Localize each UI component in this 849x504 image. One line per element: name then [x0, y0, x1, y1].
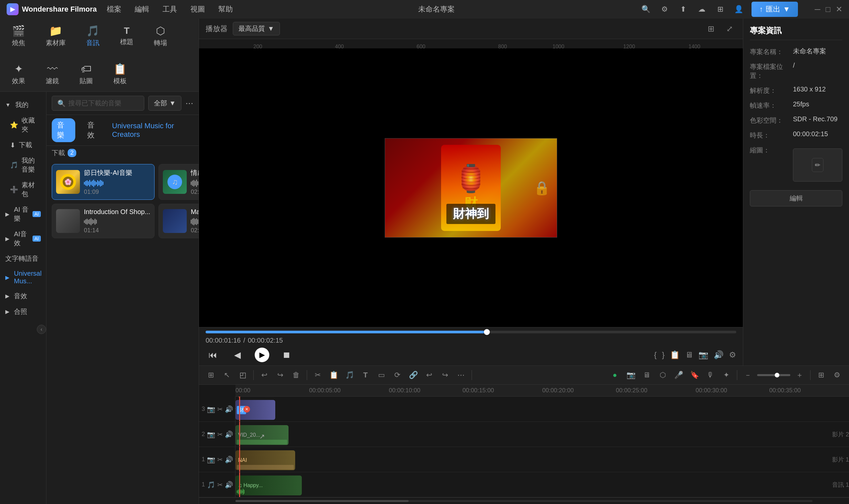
sidebar-item-tts[interactable]: 文字轉語音: [0, 251, 46, 266]
track-clip[interactable]: 財 ✕: [236, 400, 275, 420]
stop-button[interactable]: ⏹: [279, 347, 294, 362]
track-camera-icon[interactable]: 📷: [207, 430, 215, 438]
settings2-button[interactable]: ⚙: [830, 368, 844, 382]
sidebar-item-mymusic[interactable]: 🎵 我的音樂: [0, 153, 46, 177]
track-volume-icon[interactable]: 🔊: [225, 405, 233, 413]
sidebar-item-aisfx[interactable]: ▶ AI音效 AI: [0, 226, 46, 251]
sidebar-item-favorites[interactable]: ⭐ 收藏夾: [0, 113, 46, 137]
sidebar-collapse-button[interactable]: ‹: [37, 325, 46, 334]
more-button[interactable]: ⋯: [454, 368, 468, 382]
sidebar-item-universal[interactable]: ▶ Universal Mus...: [0, 266, 46, 288]
record-button[interactable]: ●: [608, 368, 622, 382]
sidebar-item-package[interactable]: ➕ 素材包: [0, 177, 46, 202]
track-music-icon[interactable]: 🎵: [207, 481, 215, 489]
menu-file[interactable]: 檔案: [107, 4, 121, 14]
track-volume-icon[interactable]: 🔊: [225, 456, 233, 464]
cut-button[interactable]: ✂: [311, 368, 324, 382]
ai-cutout-button[interactable]: ✦: [720, 368, 733, 382]
cloud-icon[interactable]: ☁: [696, 3, 708, 15]
avatar[interactable]: 👤: [733, 3, 745, 15]
toolbar-sticker[interactable]: 🏷 貼圖: [74, 60, 98, 88]
clip-icon[interactable]: 📋: [670, 350, 680, 360]
zoom-thumb[interactable]: [775, 373, 779, 377]
music-card[interactable]: ♥ ♫ 情感吉他: [158, 164, 198, 200]
marker-button[interactable]: 🔖: [688, 368, 701, 382]
crop-button[interactable]: ▭: [375, 368, 388, 382]
screen-icon[interactable]: 🖥: [685, 350, 693, 360]
zoom-in-button[interactable]: ＋: [793, 368, 806, 382]
screen2-button[interactable]: 🖥: [640, 368, 653, 382]
toolbar-audio[interactable]: 🎵 音訊: [81, 22, 105, 50]
camera-icon[interactable]: 📷: [698, 350, 708, 360]
grid-view-icon[interactable]: ⊞: [705, 22, 718, 35]
menu-view[interactable]: 視圖: [190, 4, 205, 14]
track-camera-icon[interactable]: 📷: [207, 456, 215, 464]
color-track-button[interactable]: ◰: [236, 368, 249, 382]
camera2-button[interactable]: 📷: [624, 368, 637, 382]
close-button[interactable]: ✕: [836, 5, 842, 14]
link-button[interactable]: 🔗: [406, 368, 420, 382]
prev-frame-button[interactable]: ◀: [230, 347, 245, 362]
toolbar-template[interactable]: 📋 模板: [108, 60, 132, 88]
undo-button[interactable]: ↩: [258, 368, 271, 382]
menu-help[interactable]: 幫助: [218, 4, 233, 14]
maximize-button[interactable]: □: [826, 5, 831, 14]
audio-clip[interactable]: ♫Happy...: [236, 475, 302, 496]
mic-button[interactable]: 🎤: [672, 368, 685, 382]
audio-detach-button[interactable]: 🎵: [343, 368, 356, 382]
search-icon[interactable]: 🔍: [640, 3, 652, 15]
toolbar-title[interactable]: T 標題: [115, 23, 139, 49]
settings-icon[interactable]: ⚙: [659, 3, 671, 15]
track-cut-icon[interactable]: ✂: [217, 456, 223, 464]
tab-music[interactable]: 音樂: [52, 118, 75, 142]
next-edit-button[interactable]: ↪: [438, 368, 452, 382]
add-track-button[interactable]: ⊞: [204, 368, 218, 382]
toolbar-filter[interactable]: 〰 濾鏡: [40, 60, 64, 88]
volume-icon[interactable]: 🔊: [714, 350, 724, 360]
fullscreen-icon[interactable]: ⤢: [723, 22, 736, 35]
track-cut-icon[interactable]: ✂: [217, 405, 223, 413]
filter-dropdown[interactable]: 全部 ▼: [148, 96, 181, 111]
export-button[interactable]: ↑ 匯出 ▼: [751, 2, 798, 17]
magnet-button[interactable]: ↖: [220, 368, 233, 382]
tab-universal[interactable]: Universal Music for Creators: [112, 122, 193, 139]
thumb-edit-button[interactable]: ✏: [812, 158, 824, 172]
sidebar-item-aimusic[interactable]: ▶ AI 音樂 AI: [0, 202, 46, 226]
minimize-button[interactable]: ─: [815, 5, 820, 14]
sidebar-item-my[interactable]: ▼ 我的: [0, 97, 46, 113]
tab-sfx[interactable]: 音效: [82, 118, 105, 142]
menu-tools[interactable]: 工具: [162, 4, 177, 14]
copy-button[interactable]: 📋: [327, 368, 340, 382]
sidebar-item-download[interactable]: ⬇ 下載: [0, 137, 46, 153]
more-options-button[interactable]: ⋯: [185, 99, 193, 108]
music-search-input[interactable]: 🔍 搜尋已下載的音樂: [52, 96, 144, 111]
share-icon[interactable]: ⬆: [677, 3, 689, 15]
play-button[interactable]: ▶: [255, 347, 269, 362]
mark-out-icon[interactable]: }: [662, 350, 664, 360]
rotate-button[interactable]: ⟳: [391, 368, 404, 382]
music-card[interactable]: Manos Mars - The Tu...: [158, 204, 198, 238]
toolbar-library[interactable]: 📁 素材庫: [40, 22, 71, 50]
delete-button[interactable]: 🗑: [290, 368, 303, 382]
progress-bar[interactable]: [206, 331, 736, 334]
track-clip[interactable]: NAI: [236, 450, 295, 470]
sidebar-item-bgm[interactable]: ▶ 合照: [0, 304, 46, 320]
zoom-out-button[interactable]: －: [741, 368, 755, 382]
split-button[interactable]: ⬡: [656, 368, 669, 382]
progress-thumb[interactable]: [484, 329, 490, 335]
track-cut-icon[interactable]: ✂: [217, 481, 223, 489]
mark-in-icon[interactable]: {: [654, 350, 657, 360]
redo-button[interactable]: ↪: [274, 368, 287, 382]
toolbar-media[interactable]: 🎬 燒焦: [7, 22, 31, 50]
music-card[interactable]: Introduction Of Shop...: [52, 204, 155, 238]
layout-button[interactable]: ⊞: [815, 368, 828, 382]
voiceover-button[interactable]: 🎙: [704, 368, 717, 382]
track-volume-icon[interactable]: 🔊: [225, 481, 233, 489]
toolbar-effects[interactable]: ✦ 效果: [7, 60, 31, 88]
sidebar-item-sfx[interactable]: ▶ 音效: [0, 288, 46, 304]
track-camera-icon[interactable]: 📷: [207, 405, 215, 413]
track-cut-icon[interactable]: ✂: [217, 430, 223, 438]
prev-edit-button[interactable]: ↩: [422, 368, 436, 382]
step-back-button[interactable]: ⏮: [206, 347, 220, 362]
toolbar-transition[interactable]: ⬡ 轉場: [149, 22, 172, 50]
